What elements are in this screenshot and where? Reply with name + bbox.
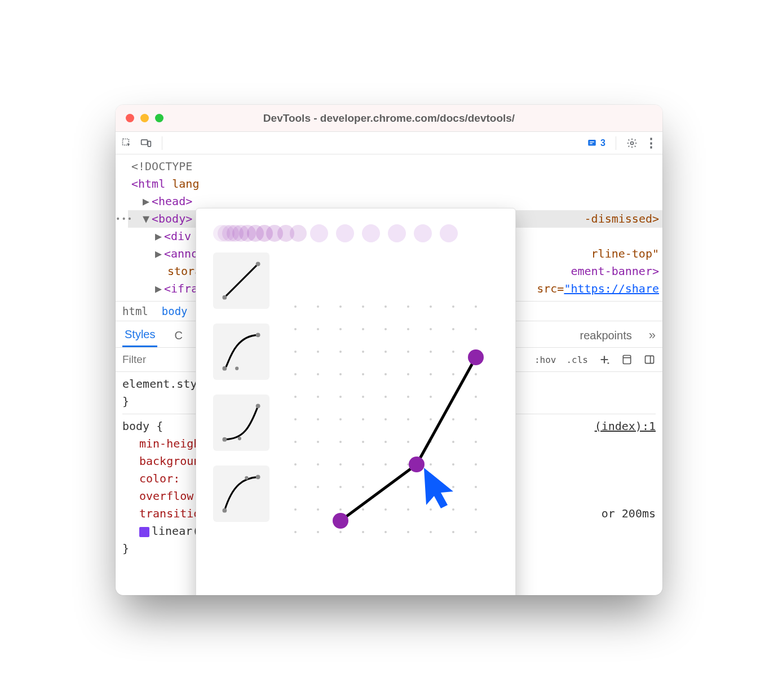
expand-triangle-icon[interactable]: ▶	[143, 193, 152, 210]
svg-point-37	[294, 351, 297, 353]
easing-curve-line[interactable]	[341, 357, 476, 521]
svg-point-84	[339, 463, 342, 466]
svg-point-42	[407, 351, 409, 353]
tab-computed[interactable]: C	[172, 325, 184, 347]
svg-point-15	[256, 404, 260, 408]
svg-point-63	[475, 396, 477, 398]
device-toolbar-icon[interactable]	[140, 138, 152, 149]
cls-toggle[interactable]: .cls	[566, 355, 588, 365]
svg-rect-1	[142, 140, 148, 144]
svg-point-40	[362, 351, 364, 353]
svg-point-64	[294, 418, 297, 420]
css-prop-overflow[interactable]: overflow	[139, 489, 193, 503]
window-controls	[126, 114, 163, 122]
toggle-sidebar-icon[interactable]	[643, 353, 656, 366]
rule-origin-link[interactable]: (index):1	[595, 418, 656, 435]
svg-point-18	[256, 475, 260, 479]
svg-point-28	[294, 328, 297, 330]
svg-point-10	[222, 366, 227, 371]
expand-triangle-icon[interactable]: ▶	[155, 245, 164, 263]
svg-point-92	[317, 486, 319, 488]
cursor-pointer-icon	[424, 468, 453, 508]
svg-point-52	[430, 373, 432, 375]
svg-point-44	[452, 351, 454, 353]
svg-point-20	[317, 305, 319, 308]
svg-point-70	[430, 418, 432, 420]
svg-point-35	[452, 328, 454, 330]
svg-point-65	[317, 418, 319, 420]
curve-handle-end[interactable]	[468, 349, 484, 365]
inspect-element-icon[interactable]	[121, 138, 132, 149]
collapse-triangle-icon[interactable]: ▼	[143, 210, 152, 228]
hov-toggle[interactable]: :hov	[534, 355, 556, 365]
maximize-window-button[interactable]	[155, 114, 163, 122]
svg-point-83	[317, 463, 319, 466]
svg-point-102	[339, 508, 342, 511]
svg-point-115	[430, 531, 432, 533]
preset-ease[interactable]	[213, 324, 269, 380]
devtools-toolbar: 3 ⋮	[116, 132, 662, 154]
svg-point-112	[362, 531, 364, 533]
tab-breakpoints-truncated[interactable]: reakpoints	[577, 325, 634, 347]
svg-point-59	[384, 396, 387, 398]
styles-filter-input[interactable]	[116, 348, 200, 371]
breadcrumb-item[interactable]: html	[122, 305, 148, 317]
svg-point-38	[317, 351, 319, 353]
svg-point-11	[235, 367, 238, 370]
preset-linear[interactable]	[213, 252, 269, 309]
preset-ease-in[interactable]	[213, 395, 269, 451]
svg-point-104	[384, 508, 387, 511]
svg-point-21	[339, 305, 342, 308]
svg-point-76	[362, 441, 364, 443]
css-prop-color[interactable]: color:	[139, 472, 180, 485]
svg-point-75	[339, 441, 342, 443]
breadcrumb-item[interactable]: body	[162, 305, 188, 317]
svg-point-99	[475, 486, 477, 488]
head-tag[interactable]: <head>	[152, 193, 192, 210]
svg-rect-3	[588, 140, 596, 146]
computed-styles-icon[interactable]	[621, 353, 633, 366]
svg-point-53	[452, 373, 454, 375]
svg-point-51	[407, 373, 409, 375]
svg-point-74	[317, 441, 319, 443]
toolbar-divider	[162, 136, 162, 150]
easing-curve-editor[interactable]	[284, 252, 498, 595]
svg-point-61	[430, 396, 432, 398]
svg-point-49	[362, 373, 364, 375]
window-title: DevTools - developer.chrome.com/docs/dev…	[125, 112, 653, 125]
more-tabs-icon[interactable]: »	[649, 328, 656, 343]
svg-point-34	[430, 328, 432, 330]
tab-styles[interactable]: Styles	[122, 324, 157, 347]
easing-trail-cluster	[213, 224, 303, 242]
svg-point-111	[339, 531, 342, 533]
svg-point-90	[475, 463, 477, 466]
easing-preview-trail	[213, 224, 498, 242]
svg-point-24	[407, 305, 409, 308]
svg-point-19	[294, 305, 297, 308]
issues-badge[interactable]: 3	[587, 138, 605, 148]
main-panel: <!DOCTYPE <html lang ▶<head> ▼<body>-dis…	[116, 154, 662, 595]
svg-point-46	[294, 373, 297, 375]
svg-point-32	[384, 328, 387, 330]
svg-point-50	[384, 373, 387, 375]
curve-handle-start[interactable]	[333, 513, 348, 529]
svg-rect-6	[646, 356, 654, 363]
devtools-window: DevTools - developer.chrome.com/docs/dev…	[116, 105, 662, 595]
curve-handle-mid[interactable]	[409, 457, 425, 472]
html-open-tag: <html	[131, 175, 165, 193]
new-style-rule-icon[interactable]	[598, 353, 611, 366]
svg-point-41	[384, 351, 387, 353]
easing-swatch-icon[interactable]	[139, 527, 149, 537]
kebab-menu-icon[interactable]: ⋮	[646, 138, 657, 149]
svg-point-17	[245, 476, 248, 480]
preset-ease-out[interactable]	[213, 466, 269, 522]
svg-point-25	[430, 305, 432, 308]
svg-point-103	[362, 508, 364, 511]
close-window-button[interactable]	[126, 114, 134, 122]
minimize-window-button[interactable]	[140, 114, 149, 122]
expand-triangle-icon[interactable]: ▶	[155, 228, 164, 245]
easing-editor-popover: linear(0 0%, 0.32 67.17%, 1 100%)	[196, 208, 516, 595]
svg-point-117	[475, 531, 477, 533]
settings-gear-icon[interactable]	[626, 138, 638, 149]
expand-triangle-icon[interactable]: ▶	[155, 280, 164, 298]
